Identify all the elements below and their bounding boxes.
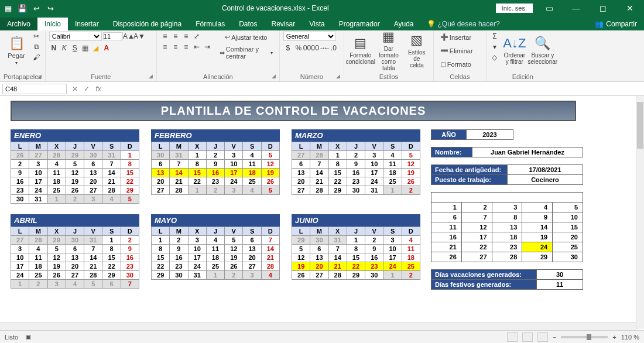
delete-cells-button[interactable]: ➖Eliminar [437, 45, 476, 56]
sign-in-button[interactable]: Inic. ses. [496, 4, 533, 13]
calendar-day[interactable]: 31 [328, 236, 347, 245]
calendar-day[interactable]: 3 [225, 151, 243, 160]
calendar-day[interactable]: 20 [152, 177, 170, 186]
save-icon[interactable]: 💾 [18, 4, 27, 13]
consumed-day[interactable]: 18 [492, 232, 522, 242]
dialog-launcher-icon[interactable]: ◢ [272, 73, 276, 79]
calendar-day[interactable]: 22 [102, 262, 121, 271]
wrap-text-button[interactable]: ↩Ajustar texto [217, 32, 276, 43]
calendar-day[interactable]: 2 [11, 160, 29, 169]
calendar-day[interactable]: 9 [347, 160, 365, 169]
paste-button[interactable]: 📋 Pegar ▾ [4, 32, 29, 69]
sort-filter-button[interactable]: A↓ZOrdenar y filtrar [502, 32, 527, 69]
find-select-button[interactable]: 🔍Buscar y seleccionar [530, 32, 556, 69]
calendar-day[interactable]: 7 [328, 245, 347, 253]
cell-styles-button[interactable]: ▧Estilos de celda [404, 32, 430, 69]
dialog-launcher-icon[interactable]: ◢ [149, 73, 153, 79]
calendar-day[interactable]: 10 [383, 245, 402, 253]
calendar-day[interactable]: 26 [47, 271, 66, 280]
calendar-day[interactable]: 27 [292, 186, 310, 195]
increase-decimal-icon[interactable]: .0→ [315, 43, 324, 53]
consumed-day[interactable]: 25 [553, 242, 583, 252]
calendar-day[interactable]: 7 [84, 245, 102, 253]
calendar-day[interactable]: 3 [243, 271, 261, 280]
calendar-day[interactable]: 15 [188, 169, 206, 177]
calendar-day[interactable]: 26 [261, 177, 279, 186]
calendar-day[interactable]: 15 [347, 253, 365, 262]
calendar-day[interactable]: 27 [152, 186, 170, 195]
calendar-day[interactable]: 19 [66, 177, 84, 186]
decrease-indent-icon[interactable]: ⇤ [192, 42, 201, 52]
calendar-day[interactable]: 25 [206, 262, 224, 271]
calendar-day[interactable]: 29 [47, 236, 66, 245]
calendar-day[interactable]: 6 [310, 245, 328, 253]
calendar-day[interactable]: 16 [365, 253, 383, 262]
calendar-day[interactable]: 4 [66, 280, 84, 289]
calendar-day[interactable]: 30 [310, 236, 328, 245]
consumed-day[interactable]: 14 [522, 222, 553, 232]
zoom-level[interactable]: 110 % [621, 334, 639, 341]
calendar-day[interactable]: 3 [29, 160, 47, 169]
calendar-day[interactable]: 29 [328, 186, 347, 195]
calendar-day[interactable]: 5 [261, 186, 279, 195]
calendar-day[interactable]: 19 [292, 262, 310, 271]
calendar-day[interactable]: 4 [402, 236, 420, 245]
calendar-day[interactable]: 9 [206, 160, 224, 169]
tab-page-layout[interactable]: Disposición de página [106, 18, 189, 30]
calendar-day[interactable]: 5 [84, 280, 102, 289]
fill-color-icon[interactable]: ◢ [91, 43, 101, 53]
calendar-day[interactable]: 2 [402, 271, 420, 280]
calendar-day[interactable]: 11 [243, 160, 261, 169]
calendar-day[interactable]: 18 [383, 169, 402, 177]
calendar-day[interactable]: 13 [310, 253, 328, 262]
calendar-day[interactable]: 10 [29, 169, 47, 177]
calendar-day[interactable]: 3 [383, 236, 402, 245]
format-painter-icon[interactable]: 🖌 [32, 53, 41, 62]
calendar-day[interactable]: 5 [402, 151, 420, 160]
consumed-day[interactable]: 16 [431, 232, 462, 242]
calendar-day[interactable]: 23 [206, 177, 224, 186]
calendar-day[interactable]: 2 [365, 236, 383, 245]
calendar-day[interactable]: 23 [365, 262, 383, 271]
calendar-day[interactable]: 4 [47, 160, 66, 169]
calendar-day[interactable]: 18 [243, 169, 261, 177]
calendar-day[interactable]: 8 [152, 245, 170, 253]
calendar-day[interactable]: 4 [29, 245, 47, 253]
decrease-font-icon[interactable]: A▼ [135, 32, 144, 41]
calendar-day[interactable]: 30 [11, 195, 29, 204]
calendar-day[interactable]: 2 [402, 186, 420, 195]
consumed-day[interactable]: 24 [522, 242, 553, 252]
calendar-day[interactable]: 10 [365, 160, 383, 169]
calendar-day[interactable]: 12 [402, 160, 420, 169]
insert-cells-button[interactable]: ➕Insertar [437, 32, 474, 43]
increase-indent-icon[interactable]: ⇥ [203, 42, 212, 52]
calendar-day[interactable]: 14 [310, 169, 328, 177]
consumed-day[interactable]: 30 [553, 252, 583, 262]
calendar-day[interactable]: 9 [121, 245, 139, 253]
clear-icon[interactable]: ◇ [490, 53, 499, 62]
calendar-day[interactable]: 22 [328, 177, 347, 186]
calendar-day[interactable]: 14 [170, 169, 188, 177]
calendar-day[interactable]: 18 [206, 253, 224, 262]
scrollbar-thumb[interactable] [637, 102, 643, 149]
calendar-day[interactable]: 23 [170, 262, 188, 271]
worksheet-area[interactable]: PLANTILLA DE CONTROL DE VACACIONES ENERO… [0, 96, 644, 329]
calendar-day[interactable]: 14 [261, 245, 279, 253]
calendar-day[interactable]: 1 [102, 236, 121, 245]
consumed-day[interactable]: 3 [492, 203, 522, 212]
macro-record-icon[interactable]: ▣ [25, 333, 31, 341]
calendar-day[interactable]: 1 [347, 236, 365, 245]
calendar-day[interactable]: 31 [84, 236, 102, 245]
format-as-table-button[interactable]: ▦Dar formato como tabla [376, 32, 402, 69]
cancel-formula-icon[interactable]: ✕ [69, 85, 81, 93]
calendar-day[interactable]: 22 [347, 262, 365, 271]
calendar-day[interactable]: 16 [121, 253, 139, 262]
calendar-day[interactable]: 31 [170, 151, 188, 160]
calendar-day[interactable]: 9 [11, 169, 29, 177]
calendar-day[interactable]: 5 [47, 245, 66, 253]
calendar-day[interactable]: 17 [11, 262, 29, 271]
consumed-day[interactable]: 20 [553, 232, 583, 242]
calendar-day[interactable]: 5 [225, 236, 243, 245]
calendar-day[interactable]: 28 [261, 262, 279, 271]
calendar-day[interactable]: 3 [47, 280, 66, 289]
